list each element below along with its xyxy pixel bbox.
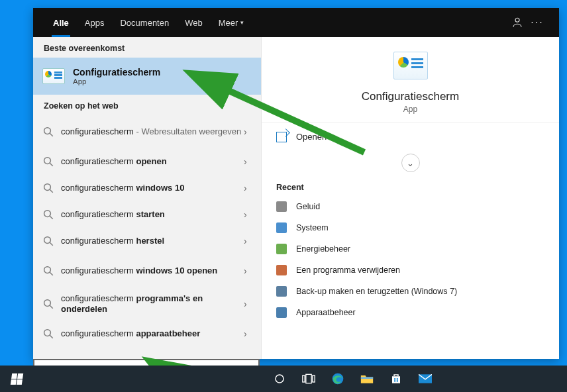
recent-item-icon <box>276 244 287 254</box>
expand-toggle[interactable]: ⌄ <box>401 154 420 172</box>
chevron-right-icon: › <box>244 209 253 220</box>
svg-line-6 <box>50 189 53 193</box>
recent-item-icon <box>276 286 287 297</box>
web-suggestion-text: configuratiescherm apparaatbeheer <box>61 328 244 339</box>
web-results-list: configuratiescherm - Webresultaten weerg… <box>33 115 261 350</box>
open-external-icon <box>276 132 287 142</box>
svg-point-5 <box>44 184 51 191</box>
best-match-title: Configuratiescherm <box>73 67 160 77</box>
search-filter-bar: Alle Apps Documenten Web Meer▾ ··· <box>33 8 559 37</box>
recent-item-label: Een programma verwijderen <box>296 266 400 275</box>
chevron-right-icon: › <box>244 266 253 276</box>
web-suggestion-text: configuratiescherm openen <box>61 156 244 167</box>
web-suggestion[interactable]: configuratiescherm programma's en onderd… <box>33 287 261 320</box>
filter-label: Alle <box>53 18 69 28</box>
recent-item-icon <box>276 265 287 275</box>
open-action[interactable]: Openen <box>262 122 559 151</box>
svg-rect-30 <box>397 380 398 381</box>
web-suggestion-text: configuratiescherm programma's en onderd… <box>61 293 244 315</box>
preview-subtitle: App <box>403 105 417 114</box>
taskbar-taskview-icon[interactable] <box>294 366 323 392</box>
chevron-down-icon: ⌄ <box>407 158 414 168</box>
svg-line-16 <box>50 335 53 338</box>
svg-point-1 <box>44 128 51 134</box>
svg-point-3 <box>44 158 51 164</box>
svg-point-9 <box>44 237 51 244</box>
web-suggestion-text: configuratiescherm starten <box>61 209 244 220</box>
svg-line-4 <box>50 163 53 166</box>
search-icon <box>42 298 54 310</box>
feedback-icon[interactable] <box>507 17 527 28</box>
svg-point-0 <box>515 18 519 22</box>
web-suggestion[interactable]: configuratiescherm openen› <box>33 148 261 175</box>
recent-item[interactable]: Een programma verwijderen <box>262 260 559 281</box>
recent-item-label: Systeem <box>296 223 329 232</box>
filter-tab-more[interactable]: Meer▾ <box>211 8 252 37</box>
filter-tab-apps[interactable]: Apps <box>77 8 113 37</box>
svg-point-13 <box>44 300 51 307</box>
web-suggestion-text: configuratiescherm herstel <box>61 236 244 246</box>
web-suggestion[interactable]: configuratiescherm starten› <box>33 201 261 228</box>
recent-item[interactable]: Apparaatbeheer <box>262 302 559 323</box>
svg-point-7 <box>44 211 51 217</box>
chevron-right-icon: › <box>244 328 253 339</box>
chevron-right-icon: › <box>244 126 253 137</box>
svg-rect-26 <box>361 377 373 379</box>
search-icon <box>42 126 54 138</box>
svg-rect-22 <box>303 375 305 382</box>
filter-label: Meer <box>219 18 238 28</box>
taskbar-cortana-icon[interactable] <box>265 366 294 392</box>
svg-point-15 <box>44 330 51 336</box>
filter-label: Documenten <box>120 18 169 28</box>
svg-line-8 <box>50 216 53 219</box>
search-icon <box>42 182 54 194</box>
search-icon <box>42 209 54 220</box>
search-icon <box>42 156 54 168</box>
chevron-right-icon: › <box>244 156 253 167</box>
recent-item[interactable]: Geluid <box>262 196 559 217</box>
recent-item[interactable]: Back-up maken en terugzetten (Windows 7) <box>262 281 559 302</box>
filter-label: Apps <box>85 18 105 28</box>
taskbar-store-icon[interactable] <box>382 366 411 392</box>
web-suggestion[interactable]: configuratiescherm - Webresultaten weerg… <box>33 115 261 148</box>
svg-point-11 <box>44 267 51 273</box>
recent-item[interactable]: Energiebeheer <box>262 238 559 260</box>
search-icon <box>42 265 54 277</box>
best-match-label: Beste overeenkomst <box>33 37 261 58</box>
best-match-result[interactable]: Configuratiescherm App <box>33 58 261 95</box>
filter-tab-docs[interactable]: Documenten <box>112 8 177 37</box>
taskbar-mail-icon[interactable] <box>411 366 440 392</box>
web-suggestion[interactable]: configuratiescherm windows 10› <box>33 175 261 201</box>
preview-right-column: Configuratiescherm App Openen ⌄ Recent G… <box>261 37 559 359</box>
svg-rect-23 <box>306 374 311 383</box>
web-suggestion[interactable]: configuratiescherm apparaatbeheer› <box>33 320 261 347</box>
taskbar <box>0 366 567 392</box>
web-suggestion-text: configuratiescherm windows 10 <box>61 183 244 193</box>
recent-item-icon <box>276 201 287 212</box>
windows-logo-icon <box>10 373 23 385</box>
taskbar-explorer-icon[interactable] <box>352 366 382 392</box>
control-panel-icon <box>393 52 428 79</box>
chevron-right-icon: › <box>244 299 253 309</box>
svg-line-12 <box>50 272 53 275</box>
svg-rect-27 <box>394 378 395 379</box>
search-icon <box>42 328 54 340</box>
web-suggestion[interactable]: configuratiescherm windows 10 openen› <box>33 254 261 287</box>
filter-tab-all[interactable]: Alle <box>45 8 77 37</box>
recent-section-label: Recent <box>262 177 559 196</box>
taskbar-edge-icon[interactable] <box>323 366 352 392</box>
more-options-icon[interactable]: ··· <box>527 17 547 28</box>
recent-item-label: Back-up maken en terugzetten (Windows 7) <box>296 287 457 296</box>
filter-tab-web[interactable]: Web <box>177 8 211 37</box>
svg-rect-29 <box>394 380 395 381</box>
recent-item-icon <box>276 222 287 233</box>
start-button[interactable] <box>0 366 33 392</box>
svg-line-14 <box>50 305 53 309</box>
control-panel-icon <box>42 68 65 84</box>
web-suggestion[interactable]: configuratiescherm herstel› <box>33 228 261 254</box>
recent-item[interactable]: Systeem <box>262 217 559 238</box>
results-left-column: Beste overeenkomst Configuratiescherm Ap… <box>33 37 261 359</box>
web-suggestion-text: configuratiescherm windows 10 openen <box>61 266 244 276</box>
svg-point-21 <box>276 375 284 383</box>
recent-list: GeluidSysteemEnergiebeheerEen programma … <box>262 196 559 323</box>
